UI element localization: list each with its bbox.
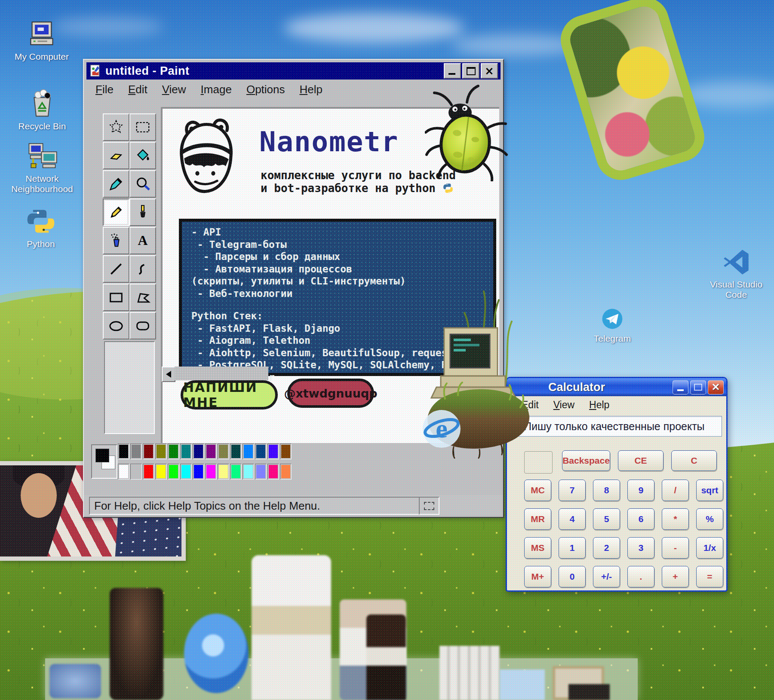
tool-text[interactable]: A (129, 227, 156, 254)
paint-menu-help[interactable]: Help (292, 82, 330, 97)
desktop-icon-telegram[interactable]: Telegram (588, 308, 636, 344)
calc-key--[interactable]: - (662, 537, 689, 559)
tool-polygon[interactable] (129, 284, 156, 311)
palette-color-#ff00ff[interactable] (205, 464, 217, 480)
palette-color-#0080ff[interactable] (243, 443, 254, 459)
tool-curve[interactable] (129, 255, 156, 283)
tool-airbrush[interactable] (103, 227, 129, 254)
palette-color-#00ff80[interactable] (230, 464, 242, 480)
palette-color-#808000[interactable] (155, 443, 167, 459)
calc-key-7[interactable]: 7 (559, 480, 586, 501)
calc-key-2[interactable]: 2 (593, 537, 620, 559)
calc-key-9[interactable]: 9 (627, 480, 654, 501)
palette-color-#800080[interactable] (205, 443, 217, 459)
calc-key-CE[interactable]: CE (618, 450, 663, 471)
scrollbar-track[interactable] (175, 367, 268, 380)
palette-color-#ffff00[interactable] (155, 464, 167, 480)
palette-color-#00ff00[interactable] (168, 464, 179, 480)
tool-pencil[interactable] (103, 199, 129, 226)
palette-color-#c0c0c0[interactable] (130, 464, 142, 480)
calc-key-+[interactable]: + (662, 566, 689, 587)
paint-menu-edit[interactable]: Edit (121, 82, 155, 97)
palette-color-#808040[interactable] (218, 443, 229, 459)
paint-menu-view[interactable]: View (155, 82, 194, 97)
tool-line[interactable] (103, 255, 129, 283)
calc-key-=[interactable]: = (696, 566, 723, 587)
desktop-icon-my-computer[interactable]: My Computer (9, 21, 74, 62)
calc-key-.[interactable]: . (627, 566, 654, 587)
desktop-icon-recycle-bin[interactable]: Recycle Bin (12, 89, 72, 131)
calc-key-0[interactable]: 0 (559, 566, 586, 587)
calc-key-8[interactable]: 8 (593, 480, 620, 501)
palette-color-#ffff80[interactable] (218, 464, 229, 480)
tool-magnifier[interactable] (129, 170, 156, 198)
tool-free-form-select[interactable] (103, 113, 129, 141)
calc-key-+/-[interactable]: +/- (593, 566, 620, 587)
palette-color-#800000[interactable] (143, 443, 154, 459)
cta-telegram-handle-button[interactable]: @xtwdgnuuqp (287, 379, 374, 408)
palette-color-#ff0080[interactable] (267, 464, 279, 480)
calc-menu-view[interactable]: View (553, 399, 574, 411)
calc-key-5[interactable]: 5 (593, 508, 620, 530)
scroll-left-button[interactable] (162, 367, 175, 382)
minimize-button[interactable] (444, 63, 461, 79)
calc-key-M+[interactable]: M+ (524, 566, 551, 587)
palette-color-#004080[interactable] (255, 443, 267, 459)
palette-color-#ff0000[interactable] (143, 464, 154, 480)
calc-key-MR[interactable]: MR (524, 508, 551, 530)
palette-color-#80ffff[interactable] (243, 464, 254, 480)
calculator-display[interactable]: Пишу только качественные проекты (518, 416, 722, 437)
calc-key-C[interactable]: C (671, 450, 717, 471)
desktop-icon-python[interactable]: Python (13, 207, 69, 249)
calc-menu-help[interactable]: Help (589, 399, 609, 411)
tool-brush[interactable] (129, 199, 156, 226)
palette-color-#8080ff[interactable] (255, 464, 267, 480)
tool-fill[interactable] (129, 142, 156, 169)
calculator-titlebar[interactable]: Calculator ✕ (507, 378, 726, 396)
tool-eraser[interactable] (103, 142, 129, 169)
desktop-icon-network-neighbourhood[interactable]: Network Neighbourhood (3, 142, 81, 194)
palette-color-#804000[interactable] (280, 443, 292, 459)
palette-color-#004040[interactable] (230, 443, 242, 459)
calc-key-%[interactable]: % (696, 508, 723, 530)
calc-key-3[interactable]: 3 (627, 537, 654, 559)
close-button[interactable]: ✕ (708, 380, 724, 394)
calc-key-/[interactable]: / (662, 480, 689, 501)
tool-pick-color[interactable] (103, 170, 129, 198)
tool-rounded-rectangle[interactable] (129, 312, 156, 339)
calc-key-*[interactable]: * (662, 508, 689, 530)
collage-item-building (439, 646, 500, 700)
paint-menu-file[interactable]: File (88, 82, 121, 97)
palette-color-#ffffff[interactable] (118, 464, 129, 480)
calc-key-1/x[interactable]: 1/x (696, 537, 723, 559)
calc-key-MC[interactable]: MC (524, 480, 551, 501)
calc-key-4[interactable]: 4 (559, 508, 586, 530)
palette-color-#008000[interactable] (168, 443, 179, 459)
palette-color-#000080[interactable] (193, 443, 204, 459)
palette-color-#0000ff[interactable] (193, 464, 204, 480)
paint-menu-options[interactable]: Options (239, 82, 292, 97)
palette-color-#00ffff[interactable] (180, 464, 192, 480)
calc-key-1[interactable]: 1 (559, 537, 586, 559)
maximize-button[interactable] (690, 380, 706, 394)
palette-color-#000000[interactable] (118, 443, 129, 459)
calc-key-sqrt[interactable]: sqrt (696, 480, 723, 501)
desktop-icon-vscode[interactable]: Visual Studio Code (697, 248, 774, 300)
paint-titlebar[interactable]: untitled - Paint × (86, 62, 501, 79)
calc-key-6[interactable]: 6 (627, 508, 654, 530)
calc-key-MS[interactable]: MS (524, 537, 551, 559)
current-colors-indicator[interactable] (91, 444, 117, 479)
tool-ellipse[interactable] (103, 312, 129, 339)
palette-color-#808080[interactable] (130, 443, 142, 459)
tool-select[interactable] (129, 113, 156, 141)
maximize-button[interactable] (462, 63, 479, 79)
cta-write-me-button[interactable]: НАПИШИ МНЕ (181, 380, 278, 410)
palette-color-#008080[interactable] (180, 443, 192, 459)
close-button[interactable]: × (481, 63, 498, 79)
paint-menu-image[interactable]: Image (194, 82, 239, 97)
calc-key-Backspace[interactable]: Backspace (562, 450, 610, 471)
minimize-button[interactable] (673, 380, 688, 394)
tool-rectangle[interactable] (103, 284, 129, 311)
palette-color-#ff8040[interactable] (280, 464, 292, 480)
palette-color-#4000ff[interactable] (267, 443, 279, 459)
